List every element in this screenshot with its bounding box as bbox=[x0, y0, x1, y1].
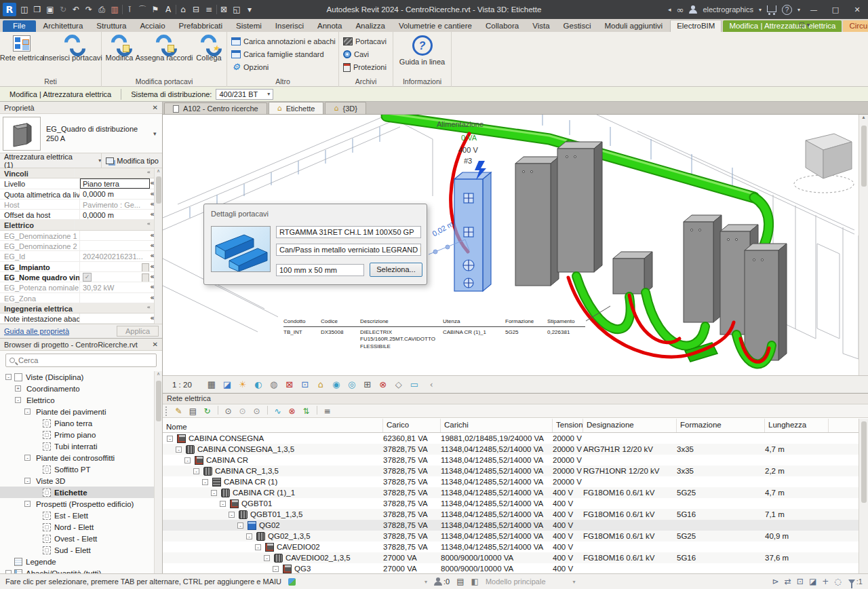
column-carichi[interactable]: Carichi bbox=[441, 419, 553, 432]
column-formazione[interactable]: Formazione bbox=[677, 419, 765, 432]
ribbon-tab[interactable]: Architettura bbox=[37, 20, 90, 32]
maximize-button[interactable]: □ bbox=[827, 5, 844, 14]
revit-logo-icon[interactable]: R bbox=[3, 3, 16, 16]
ribbon-tab[interactable]: Gestisci bbox=[557, 20, 597, 32]
analytical-model-icon[interactable]: ⊞ bbox=[361, 379, 374, 390]
ribbon-small-button[interactable]: Opzioni bbox=[231, 61, 338, 73]
column-nome[interactable]: Nome bbox=[163, 419, 383, 432]
drawing-area[interactable]: Alimentazione 0 VA 400 V #3 0,02 m Condo… bbox=[163, 115, 868, 375]
type-selector-chevron-icon[interactable]: ▾ bbox=[153, 130, 163, 137]
column-tensione[interactable]: Tensione bbox=[553, 419, 583, 432]
network-row[interactable]: - QG3 27000 VA 8000/9000/10000 VA 400 V bbox=[163, 563, 859, 573]
network-table-scrollbar[interactable] bbox=[859, 419, 868, 573]
element-filter-select[interactable]: Attrezzatura elettrica (1) ▾ bbox=[0, 153, 101, 169]
property-row[interactable]: Note intestazione abaco « bbox=[0, 314, 155, 324]
ribbon-button[interactable]: Assegna raccordi bbox=[137, 34, 191, 63]
search-icon[interactable]: ⊙ bbox=[222, 406, 235, 417]
section-box-icon[interactable]: ▭ bbox=[408, 379, 420, 390]
ribbon-button[interactable]: Rete elettrica bbox=[0, 34, 43, 63]
ribbon-tab[interactable]: Struttura bbox=[90, 20, 132, 32]
rendering-icon[interactable]: ◍ bbox=[268, 379, 280, 390]
toolbar-grip[interactable] bbox=[165, 406, 168, 416]
tree-expander[interactable]: - bbox=[202, 479, 208, 485]
network-row[interactable]: - CABINA CR 37828,75 VA 11348,04/12485,5… bbox=[163, 455, 859, 466]
disconnect-icon[interactable]: ⊗ bbox=[286, 406, 298, 417]
ribbon-tab[interactable]: Moduli aggiuntivi bbox=[598, 20, 669, 32]
ribbon-button[interactable]: Modifica bbox=[102, 34, 137, 63]
toolbar-separator[interactable] bbox=[218, 406, 218, 415]
selection-filter[interactable]: :1 bbox=[848, 577, 863, 586]
ribbon-tab[interactable]: Acciaio bbox=[134, 20, 171, 32]
close-icon[interactable]: ✕ bbox=[153, 341, 158, 348]
network-row[interactable]: - CABINA CR_1,3,5 37828,75 VA 11348,04/1… bbox=[163, 466, 859, 476]
select-underlay-icon[interactable]: ⇄ bbox=[785, 577, 791, 586]
tree-expander[interactable]: - bbox=[5, 374, 12, 380]
tree-item[interactable]: Tubi interrati bbox=[0, 440, 155, 452]
crop-region-icon[interactable]: ⊡ bbox=[299, 379, 311, 390]
network-row[interactable]: - CABINA CR (1) 37828,75 VA 11348,04/124… bbox=[163, 476, 859, 487]
open-icon[interactable]: ❒ bbox=[32, 3, 43, 16]
status-chevron-icon[interactable]: ▾ bbox=[425, 579, 427, 585]
temporary-hide-icon[interactable]: ◎ bbox=[346, 379, 358, 390]
tag-icon[interactable]: ⚑ bbox=[150, 3, 161, 16]
property-row[interactable]: EG_Denominazione 2 « bbox=[0, 241, 155, 251]
measure-icon[interactable]: ⌒ bbox=[137, 3, 149, 16]
tree-item[interactable]: Primo piano bbox=[0, 429, 155, 440]
ribbon-tab[interactable]: Annota bbox=[311, 20, 348, 32]
tree-expander[interactable]: - bbox=[24, 455, 31, 461]
ribbon-small-button[interactable]: Protezioni bbox=[343, 61, 393, 73]
connections-icon[interactable]: ∿ bbox=[272, 406, 284, 417]
tree-expander[interactable]: - bbox=[211, 490, 217, 496]
tree-item[interactable]: Est - Elett bbox=[0, 510, 155, 521]
ribbon-tab[interactable]: Volumetrie e cantiere bbox=[393, 20, 478, 32]
property-row[interactable]: EG_Zona « bbox=[0, 293, 155, 303]
toolbar-separator[interactable] bbox=[317, 406, 317, 415]
ribbon-small-button[interactable]: Cavi bbox=[343, 48, 393, 60]
panel-label-reti[interactable]: Reti bbox=[0, 77, 101, 86]
reveal-constraints-icon[interactable]: ◌ bbox=[834, 577, 841, 586]
tree-item[interactable]: - Elettrico bbox=[0, 394, 155, 406]
section-icon[interactable]: ⊟ bbox=[191, 3, 202, 16]
property-row[interactable]: Livello Piano terra « bbox=[0, 178, 155, 189]
ribbon-tab[interactable]: File bbox=[3, 20, 36, 32]
tray-code-field[interactable]: RTGAMMA 31RET CH.L 1M 100X50 GP bbox=[276, 226, 421, 238]
tree-expander[interactable]: - bbox=[255, 544, 261, 550]
app-store-cart-icon[interactable] bbox=[767, 5, 776, 12]
panel-label-modifica-portacavi[interactable]: Modifica portacavi bbox=[102, 77, 226, 86]
tree-expander[interactable]: - bbox=[193, 468, 199, 474]
sun-settings-icon[interactable]: ☀ bbox=[237, 379, 249, 390]
tree-expander[interactable]: - bbox=[237, 522, 243, 529]
property-row[interactable]: Offset da host 0,0000 m « bbox=[0, 210, 155, 220]
view-tab[interactable]: A102 - Centro ricerche bbox=[164, 102, 267, 115]
property-row[interactable]: EG_Id 2024020216231... « bbox=[0, 251, 155, 261]
load-tag-label[interactable]: 0 VA bbox=[461, 134, 477, 142]
ribbon-tab[interactable]: Vista bbox=[526, 20, 555, 32]
undo-icon[interactable]: ↶ bbox=[71, 3, 82, 16]
help-menu-chevron-icon[interactable]: ▾ bbox=[797, 7, 800, 13]
editing-requests[interactable]: :0 bbox=[434, 577, 450, 586]
property-row[interactable]: Vincoli « bbox=[0, 168, 155, 178]
thin-lines-icon[interactable]: ≡ bbox=[203, 3, 215, 16]
default-3d-view-icon[interactable]: ⌂ bbox=[178, 3, 189, 16]
text-icon[interactable]: A bbox=[163, 3, 174, 16]
column-lunghezza[interactable]: Lunghezza bbox=[765, 419, 829, 432]
network-row[interactable]: - QGBT01 37828,75 VA 11348,04/12485,52/1… bbox=[163, 498, 859, 509]
viewport-scrollbar[interactable]: ▲ bbox=[859, 115, 868, 375]
shadows-icon[interactable]: ◐ bbox=[252, 379, 264, 390]
ribbon-tab[interactable]: ElectroBIM bbox=[670, 20, 722, 32]
ribbon-small-button[interactable]: Portacavi bbox=[343, 35, 393, 48]
tree-expander[interactable]: - bbox=[24, 478, 31, 484]
property-row[interactable]: EG_Potenza nominale 30,92 kW « bbox=[0, 282, 155, 292]
tree-item[interactable]: Nord - Elett bbox=[0, 521, 155, 533]
property-row[interactable]: EG_Impianto « bbox=[0, 262, 155, 272]
toolbar-separator[interactable] bbox=[267, 406, 268, 415]
ribbon-button[interactable]: Inserisci portacavi bbox=[43, 34, 101, 63]
sync-icon[interactable]: ↻ bbox=[58, 3, 69, 16]
user-menu-chevron-icon[interactable]: ▾ bbox=[759, 7, 762, 13]
tree-expander[interactable]: - bbox=[264, 555, 270, 561]
network-row[interactable]: - CABINA CONSEGNA 62360,81 VA 19881,02/1… bbox=[163, 433, 859, 444]
ribbon-tab[interactable]: Inserisci bbox=[269, 20, 310, 32]
collapse-search-icon[interactable]: ◂ bbox=[668, 6, 671, 13]
tree-item[interactable]: - Piante dei controsoffitti bbox=[0, 452, 155, 463]
property-row[interactable]: Elettrico « bbox=[0, 220, 155, 230]
